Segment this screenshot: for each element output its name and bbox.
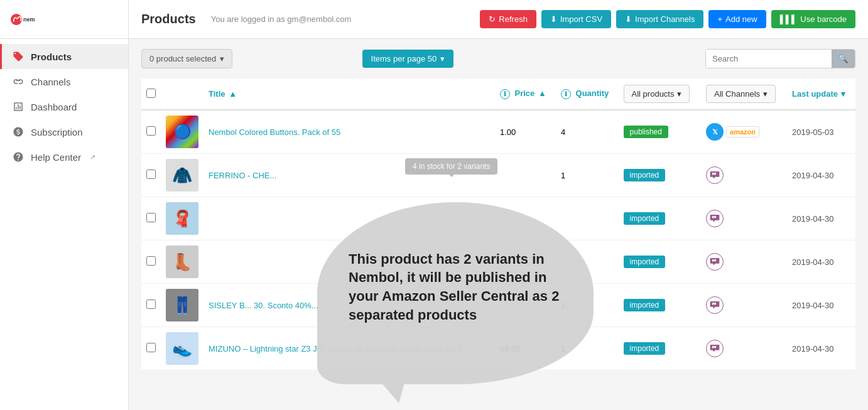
- product-quantity-cell: 4: [556, 110, 619, 154]
- use-barcode-button[interactable]: ▌▌▌ Use barcode: [771, 10, 855, 28]
- product-title-link[interactable]: FERRINO - CHE...: [209, 171, 276, 180]
- select-label: 0 product selected: [149, 54, 216, 63]
- refresh-button[interactable]: ↻ Refresh: [480, 10, 536, 28]
- all-channels-col-header: All Channels ▾: [701, 78, 787, 110]
- product-channels-cell: [701, 154, 787, 197]
- product-channels-cell: [701, 197, 787, 240]
- product-channels-cell: 𝕏amazon: [701, 110, 787, 154]
- product-thumb-cell: 👖: [161, 284, 203, 327]
- search-box: 🔍: [705, 49, 855, 68]
- sidebar-item-products-label: Products: [31, 51, 72, 62]
- last-update-col-header: Last update ▾: [787, 78, 855, 110]
- row-checkbox[interactable]: [146, 299, 156, 309]
- row-checkbox-cell: [141, 154, 161, 197]
- product-status-cell: published: [619, 110, 702, 154]
- product-price-cell: [495, 154, 556, 197]
- import-channels-button[interactable]: ⬇ Import Channels: [616, 10, 703, 28]
- quantity-info-icon: ℹ: [561, 89, 571, 99]
- sidebar-item-subscription-label: Subscription: [31, 127, 83, 138]
- sidebar-item-channels-label: Channels: [31, 77, 70, 87]
- amazon-channel-icon: amazon: [726, 126, 759, 138]
- topbar: Products You are logged in as gm@nembol.…: [129, 0, 868, 39]
- title-sort-icon: ▲: [229, 89, 237, 99]
- sidebar-item-products[interactable]: Products: [0, 44, 128, 69]
- link-icon: [12, 75, 24, 88]
- help-icon: [12, 151, 24, 163]
- barcode-icon: ▌▌▌: [780, 14, 798, 24]
- last-update-sort-icon: ▾: [841, 89, 845, 99]
- product-title-link[interactable]: Nembol Colored Buttons. Pack of 55: [209, 127, 340, 137]
- product-channels-cell: [701, 327, 787, 370]
- row-checkbox[interactable]: [146, 256, 156, 266]
- download-icon: ⬇: [550, 14, 557, 24]
- title-col-header[interactable]: Title ▲: [203, 78, 495, 110]
- sidebar-item-channels[interactable]: Channels: [0, 69, 128, 94]
- all-channels-filter-button[interactable]: All Channels ▾: [706, 85, 776, 103]
- external-link-icon: ↗: [90, 153, 95, 161]
- row-checkbox-cell: [141, 110, 161, 154]
- product-status-cell: imported: [619, 154, 702, 197]
- main-content: Products You are logged in as gm@nembol.…: [129, 0, 868, 410]
- channels-dropdown-icon: ▾: [763, 89, 768, 99]
- woocommerce-channel-icon: [706, 340, 724, 357]
- woocommerce-channel-icon: [706, 210, 724, 227]
- sidebar-item-dashboard-label: Dashboard: [31, 102, 77, 112]
- all-products-filter-button[interactable]: All products ▾: [624, 85, 690, 103]
- product-title-cell: Nembol Colored Buttons. Pack of 55: [203, 110, 495, 154]
- product-channels-cell: [701, 284, 787, 327]
- product-thumb-cell: 🧥: [161, 154, 203, 197]
- svg-text:nembol: nembol: [23, 16, 35, 23]
- table-header-row: Title ▲ ℹ Price ▲ ℹ Quantity All pr: [141, 78, 855, 110]
- product-title-link[interactable]: SISLEY B... 30. Sconto 40%...: [209, 301, 318, 310]
- quantity-tooltip: 4 in stock for 2 variants: [405, 158, 497, 175]
- sidebar-navigation: Products Channels Dashboard Subscription: [0, 39, 128, 175]
- status-badge: imported: [624, 212, 666, 225]
- product-date-cell: 2019-04-30: [787, 327, 855, 370]
- product-thumb-cell: 🧣: [161, 197, 203, 240]
- sidebar-item-help[interactable]: Help Center ↗: [0, 144, 128, 170]
- woocommerce-channel-icon: [706, 166, 724, 184]
- product-date-cell: 2019-04-30: [787, 284, 855, 327]
- product-status-cell: imported: [619, 284, 702, 327]
- product-date-cell: 2019-05-03: [787, 110, 855, 154]
- product-status-cell: imported: [619, 240, 702, 284]
- status-badge: imported: [624, 299, 666, 311]
- product-select-button[interactable]: 0 product selected ▾: [141, 49, 232, 68]
- row-checkbox[interactable]: [146, 170, 156, 179]
- quantity-col-header[interactable]: ℹ Quantity: [556, 78, 619, 110]
- row-checkbox-cell: [141, 240, 161, 284]
- product-date-cell: 2019-04-30: [787, 240, 855, 284]
- search-button[interactable]: 🔍: [832, 50, 855, 68]
- quantity-tooltip-wrapper: 4 in stock for 2 variants: [405, 158, 497, 175]
- import-csv-button[interactable]: ⬇ Import CSV: [541, 10, 611, 28]
- last-update-sort-button[interactable]: Last update ▾: [792, 85, 845, 102]
- twitter-channel-icon: 𝕏: [706, 123, 724, 141]
- status-badge: published: [624, 126, 668, 138]
- dropdown-arrow-icon: ▾: [220, 54, 224, 63]
- tag-icon: [12, 50, 24, 63]
- row-checkbox[interactable]: [146, 126, 156, 136]
- product-price-cell: 1.00: [495, 110, 556, 154]
- items-per-page-button[interactable]: Items per page 50 ▾: [362, 50, 454, 68]
- sidebar-item-subscription[interactable]: Subscription: [0, 119, 128, 144]
- variant-info-text: This product has 2 variants in Nembol, i…: [349, 250, 562, 325]
- product-date-cell: 2019-04-30: [787, 197, 855, 240]
- product-thumb-cell: 🔵: [161, 110, 203, 154]
- search-input[interactable]: [706, 50, 832, 68]
- row-checkbox[interactable]: [146, 343, 156, 352]
- product-date-cell: 2019-04-30: [787, 154, 855, 197]
- row-checkbox[interactable]: [146, 213, 156, 222]
- sidebar-item-dashboard[interactable]: Dashboard: [0, 94, 128, 119]
- product-thumb-cell: 👢: [161, 240, 203, 284]
- search-icon: 🔍: [838, 54, 849, 63]
- product-quantity-cell: 1: [556, 154, 619, 197]
- table-row: 🧥 FERRINO - CHE... 1 imported 2019-04-30: [141, 154, 855, 197]
- product-thumb-cell: 👟: [161, 327, 203, 370]
- price-col-header[interactable]: ℹ Price ▲: [495, 78, 556, 110]
- variant-info-balloon: This product has 2 variants in Nembol, i…: [317, 202, 594, 384]
- nembol-logo: nembol: [10, 7, 35, 32]
- sidebar-item-help-label: Help Center: [31, 152, 81, 163]
- all-products-col-header: All products ▾: [619, 78, 702, 110]
- select-all-checkbox[interactable]: [146, 89, 156, 98]
- add-new-button[interactable]: + Add new: [708, 10, 766, 28]
